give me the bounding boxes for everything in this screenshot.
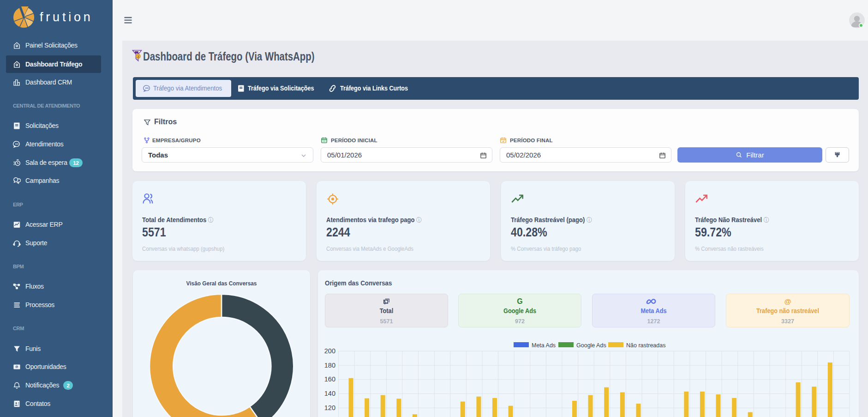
svg-text:120: 120 — [324, 404, 335, 411]
svg-text:140: 140 — [324, 390, 335, 397]
svg-text:180: 180 — [324, 362, 335, 369]
svg-text:3: 3 — [137, 54, 139, 59]
svg-text:200: 200 — [324, 347, 335, 355]
svg-text:Não rastreadas: Não rastreadas — [626, 342, 665, 349]
svg-text:Google Ads: Google Ads — [576, 342, 606, 349]
svg-text:160: 160 — [324, 375, 335, 383]
svg-text:Meta Ads: Meta Ads — [532, 342, 556, 349]
